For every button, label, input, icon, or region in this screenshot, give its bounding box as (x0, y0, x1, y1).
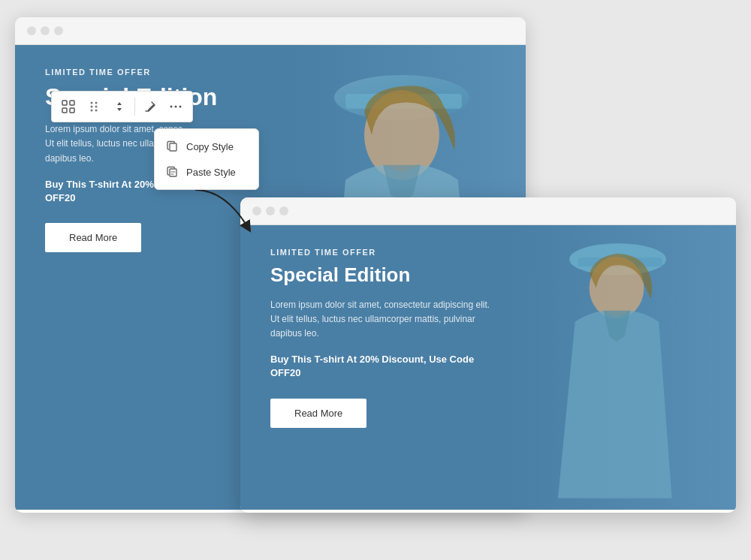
svg-rect-4 (70, 101, 74, 105)
hero-image-front (488, 225, 736, 510)
dot-close-front[interactable] (252, 206, 261, 215)
traffic-light-front (252, 206, 288, 215)
svg-point-9 (91, 106, 93, 108)
drag-button[interactable] (82, 95, 106, 119)
read-more-button-back[interactable]: Read More (45, 223, 141, 252)
copy-style-label: Copy Style (186, 141, 234, 152)
hero-promo-front: Buy This T-shirt At 20% Discount, Use Co… (270, 353, 510, 380)
brush-icon (144, 101, 156, 113)
svg-point-7 (91, 102, 93, 104)
hero-front: LIMITED TIME OFFER Special Edition Lorem… (240, 225, 736, 510)
browser-front: LIMITED TIME OFFER Special Edition Lorem… (240, 197, 736, 513)
updown-arrow-icon (113, 101, 125, 113)
paste-style-item[interactable]: Paste Style (155, 159, 258, 185)
copy-icon (167, 140, 179, 152)
paste-style-label: Paste Style (186, 167, 236, 178)
browser-chrome-back (15, 17, 526, 45)
hero-text-front: LIMITED TIME OFFER Special Edition Lorem… (270, 248, 510, 428)
copy-style-item[interactable]: Copy Style (155, 134, 258, 159)
read-more-button-front[interactable]: Read More (270, 399, 366, 428)
toolbar (51, 91, 193, 122)
browser-chrome-front (240, 197, 736, 225)
offer-label-back: LIMITED TIME OFFER (45, 68, 293, 77)
toolbar-divider (134, 98, 135, 116)
hero-title-front: Special Edition (270, 264, 510, 286)
dot-maximize-front[interactable] (279, 206, 288, 215)
more-icon (170, 105, 182, 108)
dot-minimize[interactable] (41, 26, 50, 35)
svg-point-15 (179, 106, 182, 108)
svg-point-12 (95, 110, 98, 112)
svg-rect-17 (170, 169, 176, 176)
paste-icon (167, 166, 179, 178)
svg-rect-3 (62, 101, 67, 105)
offer-label-front: LIMITED TIME OFFER (270, 248, 510, 257)
svg-rect-16 (170, 143, 176, 151)
grid-icon (62, 100, 75, 113)
svg-point-14 (175, 106, 177, 108)
scene: LIMITED TIME OFFER Special Edition Lorem… (15, 17, 736, 543)
svg-rect-5 (62, 108, 67, 113)
dot-close[interactable] (27, 26, 36, 35)
arrow-button[interactable] (107, 95, 131, 119)
svg-rect-6 (70, 108, 74, 113)
brush-button[interactable] (138, 95, 162, 119)
svg-point-8 (95, 102, 98, 104)
context-menu: Copy Style Paste Style (154, 128, 259, 190)
svg-point-11 (91, 110, 93, 112)
svg-point-10 (95, 106, 98, 108)
more-button[interactable] (164, 95, 188, 119)
traffic-light-back (27, 26, 63, 35)
page-content-front: LIMITED TIME OFFER Special Edition Lorem… (240, 225, 736, 510)
dot-maximize[interactable] (54, 26, 63, 35)
drag-icon (89, 101, 99, 113)
hero-body-front: Lorem ipsum dolor sit amet, consectetur … (270, 298, 510, 342)
dot-minimize-front[interactable] (266, 206, 275, 215)
grid-button[interactable] (56, 95, 80, 119)
svg-point-13 (170, 106, 173, 108)
